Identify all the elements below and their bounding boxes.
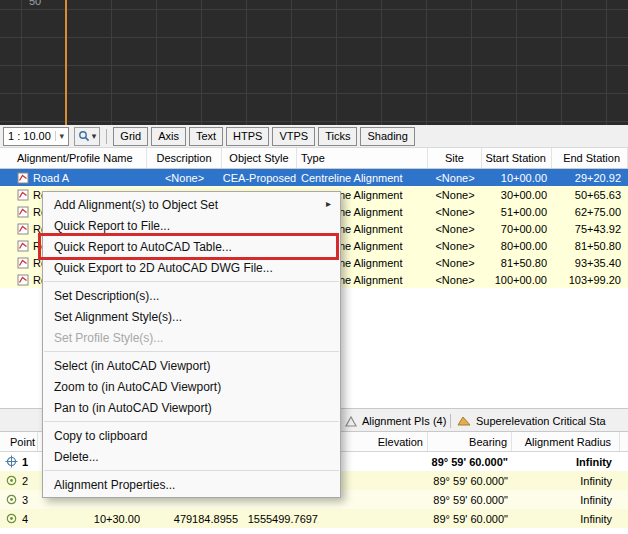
column-header-bearing[interactable]: Bearing xyxy=(428,432,512,451)
tab-alignment-pis[interactable]: Alignment PIs (4) xyxy=(345,411,446,431)
toggle-grid-button[interactable]: Grid xyxy=(113,127,148,146)
toggle-axis-button[interactable]: Axis xyxy=(151,127,186,146)
alignment-object-style: CEA-Proposed xyxy=(222,172,297,184)
profile-viewport[interactable]: 50 xyxy=(0,0,628,125)
toggle-vtps-button[interactable]: VTPS xyxy=(272,127,315,146)
point-number: 3 xyxy=(22,494,38,506)
alignment-end-station: 103+99.20 xyxy=(552,274,628,286)
menu-item-set-descriptions[interactable]: Set Description(s)... xyxy=(43,285,340,306)
alignment-start-station: 81+50.80 xyxy=(482,257,552,269)
chevron-down-icon[interactable]: ▾ xyxy=(55,131,68,141)
toggle-text-button[interactable]: Text xyxy=(189,127,223,146)
point-bearing: 89° 59' 60.000" xyxy=(428,456,512,468)
tab-superelevation-critical-stations[interactable]: Superelevation Critical Sta xyxy=(457,411,606,431)
menu-item-set-alignment-styles[interactable]: Set Alignment Style(s)... xyxy=(43,306,340,327)
menu-item-label: Pan to (in AutoCAD Viewport) xyxy=(54,401,212,415)
menu-item-quick-report-to-file[interactable]: Quick Report to File... xyxy=(43,215,340,236)
alignment-start-station: 10+00.00 xyxy=(482,172,552,184)
crosshair-point-icon xyxy=(5,455,18,468)
menu-item-copy-to-clipboard[interactable]: Copy to clipboard xyxy=(43,425,340,446)
alignment-icon xyxy=(17,206,29,218)
menu-item-set-profile-styles: Set Profile Style(s)... xyxy=(43,327,340,348)
point-bearing: 89° 59' 60.000" xyxy=(428,494,512,506)
alignment-site: <None> xyxy=(428,240,482,252)
axis-label: 50 xyxy=(29,0,41,7)
alignment-site: <None> xyxy=(428,172,482,184)
point-number: 1 xyxy=(22,456,38,468)
point-radius: Infinity xyxy=(512,456,620,468)
point-station: 10+30.00 xyxy=(38,513,140,525)
column-header-name[interactable]: Alignment/Profile Name xyxy=(0,148,147,168)
alignment-icon xyxy=(17,223,29,235)
menu-item-pan-to-in-autocad-viewport[interactable]: Pan to (in AutoCAD Viewport) xyxy=(43,397,340,418)
point-radius: Infinity xyxy=(512,475,620,487)
circle-point-icon xyxy=(5,474,18,487)
alignment-end-station: 29+20.92 xyxy=(552,172,628,184)
context-menu: Add Alignment(s) to Object Set ▸ Quick R… xyxy=(42,191,341,498)
alignment-table-header: Alignment/Profile Name Description Objec… xyxy=(0,148,628,169)
menu-item-label: Quick Export to 2D AutoCAD DWG File... xyxy=(54,261,273,275)
column-header-end-station[interactable]: End Station xyxy=(552,148,628,168)
point-radius: Infinity xyxy=(512,513,620,525)
alignment-end-station: 50+65.63 xyxy=(552,189,628,201)
menu-item-alignment-properties[interactable]: Alignment Properties... xyxy=(43,474,340,495)
zoom-button[interactable]: ▾ xyxy=(74,127,101,146)
tab-label: Superelevation Critical Sta xyxy=(476,415,606,427)
magnifier-icon xyxy=(78,130,90,142)
scale-select[interactable]: 1 : 10.00 ▾ xyxy=(3,127,69,146)
menu-item-quick-report-to-autocad-table[interactable]: Quick Report to AutoCAD Table... xyxy=(43,236,340,257)
toggle-shading-button[interactable]: Shading xyxy=(360,127,414,146)
menu-item-label: Alignment Properties... xyxy=(54,478,175,492)
toggle-htps-button[interactable]: HTPS xyxy=(226,127,269,146)
menu-item-label: Zoom to (in AutoCAD Viewport) xyxy=(54,380,221,394)
toolbar-separator xyxy=(106,129,107,144)
column-header-start-station[interactable]: Start Station xyxy=(482,148,552,168)
menu-item-add-alignments-to-object-set[interactable]: Add Alignment(s) to Object Set ▸ xyxy=(43,194,340,215)
alignment-row[interactable]: Road A <None> CEA-Proposed Centreline Al… xyxy=(0,169,628,186)
menu-item-select-in-autocad-viewport[interactable]: Select (in AutoCAD Viewport) xyxy=(43,355,340,376)
menu-item-delete[interactable]: Delete... xyxy=(43,446,340,467)
alignment-site: <None> xyxy=(428,189,482,201)
column-header-type[interactable]: Type xyxy=(297,148,428,168)
menu-separator xyxy=(44,421,339,422)
menu-separator xyxy=(44,470,339,471)
menu-separator xyxy=(44,281,339,282)
column-header-point[interactable]: Point xyxy=(0,432,38,451)
menu-item-label: Delete... xyxy=(54,450,99,464)
alignment-site: <None> xyxy=(428,274,482,286)
superelevation-icon xyxy=(457,415,471,427)
menu-item-label: Set Description(s)... xyxy=(54,289,159,303)
menu-item-zoom-to-in-autocad-viewport[interactable]: Zoom to (in AutoCAD Viewport) xyxy=(43,376,340,397)
column-header-description[interactable]: Description xyxy=(147,148,222,168)
alignment-end-station: 75+43.92 xyxy=(552,223,628,235)
toggle-ticks-button[interactable]: Ticks xyxy=(318,127,357,146)
alignment-icon xyxy=(17,257,29,269)
point-number: 4 xyxy=(22,513,38,525)
alignment-start-station: 51+00.00 xyxy=(482,206,552,218)
scale-value: 1 : 10.00 xyxy=(4,130,55,142)
alignment-icon xyxy=(17,172,29,184)
column-header-object-style[interactable]: Object Style xyxy=(222,148,297,168)
tab-label: Alignment PIs (4) xyxy=(362,415,446,427)
column-header-alignment-radius[interactable]: Alignment Radius xyxy=(512,432,620,451)
alignment-end-station: 62+75.00 xyxy=(552,206,628,218)
tab-separator xyxy=(450,414,451,428)
alignment-site: <None> xyxy=(428,223,482,235)
menu-item-label: Set Profile Style(s)... xyxy=(54,331,163,345)
point-radius: Infinity xyxy=(512,494,620,506)
chevron-down-icon[interactable]: ▾ xyxy=(92,131,97,141)
alignment-start-station: 70+00.00 xyxy=(482,223,552,235)
alignment-end-station: 81+50.80 xyxy=(552,240,628,252)
alignment-start-station: 30+00.00 xyxy=(482,189,552,201)
submenu-arrow-icon: ▸ xyxy=(326,198,331,209)
point-row[interactable]: 4 10+30.00 479184.8955 1555499.7697 89° … xyxy=(0,509,628,528)
alignment-start-station: 80+00.00 xyxy=(482,240,552,252)
menu-item-label: Select (in AutoCAD Viewport) xyxy=(54,359,211,373)
menu-item-quick-export-to-2d-autocad-dwg-file[interactable]: Quick Export to 2D AutoCAD DWG File... xyxy=(43,257,340,278)
column-header-site[interactable]: Site xyxy=(428,148,482,168)
alignment-icon xyxy=(17,189,29,201)
app-window: 50 1 : 10.00 ▾ ▾ Grid Axis Text HTPS VTP… xyxy=(0,0,628,534)
point-easting: 479184.8955 xyxy=(140,513,238,525)
alignment-icon xyxy=(17,274,29,286)
point-bearing: 89° 59' 60.000" xyxy=(428,513,512,525)
